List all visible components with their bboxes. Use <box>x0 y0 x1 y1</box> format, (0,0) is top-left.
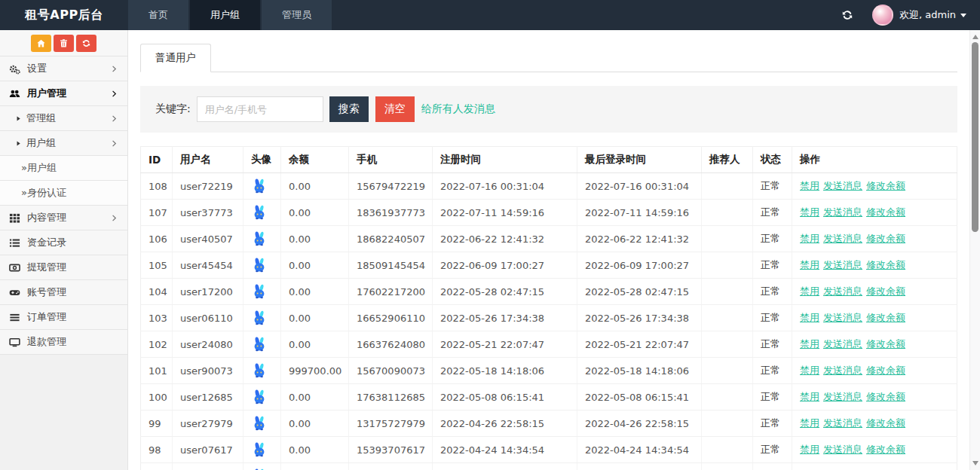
modify-balance-link[interactable]: 修改余额 <box>866 391 905 402</box>
scrollbar-thumb[interactable] <box>972 42 978 232</box>
status-text: 正常 <box>753 331 792 358</box>
cell-balance: 0.00 <box>281 305 349 331</box>
send-message-link[interactable]: 发送消息 <box>823 338 862 349</box>
navbar-tab-2[interactable]: 管理员 <box>262 0 332 30</box>
modify-balance-link[interactable]: 修改余额 <box>866 338 905 349</box>
trash-button[interactable] <box>54 35 74 52</box>
cell-phone: 16637624080 <box>349 331 433 358</box>
disable-link[interactable]: 禁用 <box>800 312 819 323</box>
user-menu[interactable]: 欢迎, admin <box>899 8 966 22</box>
content-tabbar: 普通用户 <box>140 44 957 72</box>
scrollbar-down-arrow[interactable] <box>972 461 978 465</box>
table-row: 107 user37773 0.00 18361937773 2022-07-1… <box>141 200 957 226</box>
disable-link[interactable]: 禁用 <box>800 444 819 455</box>
send-message-link[interactable]: 发送消息 <box>823 444 862 455</box>
sidebar-item-label: 管理组 <box>26 111 110 125</box>
home-button[interactable] <box>31 35 51 52</box>
cell-phone: 15393707617 <box>349 437 433 463</box>
cell-reg-time: 2022-06-22 12:41:32 <box>433 226 577 252</box>
modify-balance-link[interactable]: 修改余额 <box>866 259 905 270</box>
send-message-link[interactable]: 发送消息 <box>823 285 862 297</box>
cell-id: 100 <box>141 384 173 410</box>
navbar-tab-1[interactable]: 用户组 <box>190 0 260 30</box>
sidebar-item-11[interactable]: 退款管理 <box>0 330 127 355</box>
sidebar-item-9[interactable]: 账号管理 <box>0 280 127 305</box>
sidebar-item-label: 订单管理 <box>27 310 118 324</box>
refresh-icon[interactable] <box>836 0 859 30</box>
clear-cache-button[interactable] <box>76 35 96 52</box>
cell-phone: 15679472219 <box>349 173 433 200</box>
cell-balance <box>281 463 349 470</box>
cell-username: user72219 <box>173 173 243 200</box>
rabbit-avatar-icon <box>251 310 268 326</box>
sidebar-item-8[interactable]: 提现管理 <box>0 255 127 280</box>
disable-link[interactable]: 禁用 <box>800 285 819 297</box>
send-message-link[interactable]: 发送消息 <box>823 365 862 376</box>
sidebar-item-1[interactable]: 用户管理 <box>0 81 127 106</box>
vertical-scrollbar[interactable] <box>969 30 980 470</box>
user-avatar[interactable] <box>872 5 893 26</box>
scrollbar-up-arrow[interactable] <box>972 35 978 39</box>
status-text: 正常 <box>753 410 792 437</box>
cell-reg-time: 2022-05-26 17:34:38 <box>433 305 577 331</box>
cell-referrer <box>702 410 753 437</box>
sidebar-item-4[interactable]: »用户组 <box>0 156 127 181</box>
disable-link[interactable]: 禁用 <box>800 338 819 349</box>
send-message-link[interactable]: 发送消息 <box>823 206 862 218</box>
cell-referrer <box>702 226 753 252</box>
disable-link[interactable]: 禁用 <box>800 233 819 244</box>
cell-balance: 0.00 <box>281 437 349 463</box>
cell-phone: 17638112685 <box>349 384 433 410</box>
rabbit-avatar-icon <box>251 204 268 221</box>
send-message-link[interactable]: 发送消息 <box>823 417 862 429</box>
broadcast-message-link[interactable]: 给所有人发消息 <box>421 102 495 116</box>
modify-balance-link[interactable]: 修改余额 <box>866 365 905 376</box>
disable-link[interactable]: 禁用 <box>800 206 819 218</box>
col-id: ID <box>141 147 173 173</box>
keyword-input[interactable] <box>197 96 323 122</box>
sidebar-item-2[interactable]: 管理组 <box>0 106 127 131</box>
cell-balance: 0.00 <box>281 200 349 226</box>
send-message-link[interactable]: 发送消息 <box>823 180 862 191</box>
sidebar-quick-buttons <box>0 30 127 56</box>
welcome-text: 欢迎, admin <box>899 8 956 22</box>
tab-normal-users[interactable]: 普通用户 <box>140 44 211 72</box>
cell-id: 106 <box>141 226 173 252</box>
modify-balance-link[interactable]: 修改余额 <box>866 444 905 455</box>
modify-balance-link[interactable]: 修改余额 <box>866 233 905 244</box>
money-icon <box>9 262 20 273</box>
navbar-tab-0[interactable]: 首页 <box>128 0 188 30</box>
send-message-link[interactable]: 发送消息 <box>823 233 862 244</box>
sidebar-item-3[interactable]: 用户组 <box>0 131 127 156</box>
cell-last-login: 2022-05-08 06:15:41 <box>577 384 702 410</box>
disable-link[interactable]: 禁用 <box>800 365 819 376</box>
cell-id: 105 <box>141 252 173 279</box>
modify-balance-link[interactable]: 修改余额 <box>866 312 905 323</box>
sidebar-item-7[interactable]: 资金记录 <box>0 230 127 255</box>
disable-link[interactable]: 禁用 <box>800 259 819 270</box>
modify-balance-link[interactable]: 修改余额 <box>866 180 905 191</box>
cell-avatar <box>243 200 281 226</box>
modify-balance-link[interactable]: 修改余额 <box>866 206 905 218</box>
send-message-link[interactable]: 发送消息 <box>823 312 862 323</box>
sidebar-item-0[interactable]: 设置 <box>0 56 127 81</box>
modify-balance-link[interactable]: 修改余额 <box>866 285 905 297</box>
cell-avatar <box>243 173 281 200</box>
sidebar-item-10[interactable]: 订单管理 <box>0 305 127 330</box>
disable-link[interactable]: 禁用 <box>800 417 819 429</box>
search-button[interactable]: 搜索 <box>329 96 369 122</box>
table-row: 102 user24080 0.00 16637624080 2022-05-2… <box>141 331 957 358</box>
top-navbar: 租号APP后台 首页用户组管理员 欢迎, admin <box>0 0 980 30</box>
send-message-link[interactable]: 发送消息 <box>823 391 862 402</box>
cell-actions: 禁用发送消息修改余额 <box>792 384 957 410</box>
disable-link[interactable]: 禁用 <box>800 391 819 402</box>
modify-balance-link[interactable]: 修改余额 <box>866 417 905 429</box>
disable-link[interactable]: 禁用 <box>800 180 819 191</box>
cell-referrer <box>702 463 753 470</box>
trash-icon <box>59 38 69 48</box>
gamepad-icon <box>9 287 20 298</box>
clear-button[interactable]: 清空 <box>375 96 415 122</box>
sidebar-item-5[interactable]: »身份认证 <box>0 181 127 206</box>
sidebar-item-6[interactable]: 内容管理 <box>0 206 127 230</box>
send-message-link[interactable]: 发送消息 <box>823 259 862 270</box>
